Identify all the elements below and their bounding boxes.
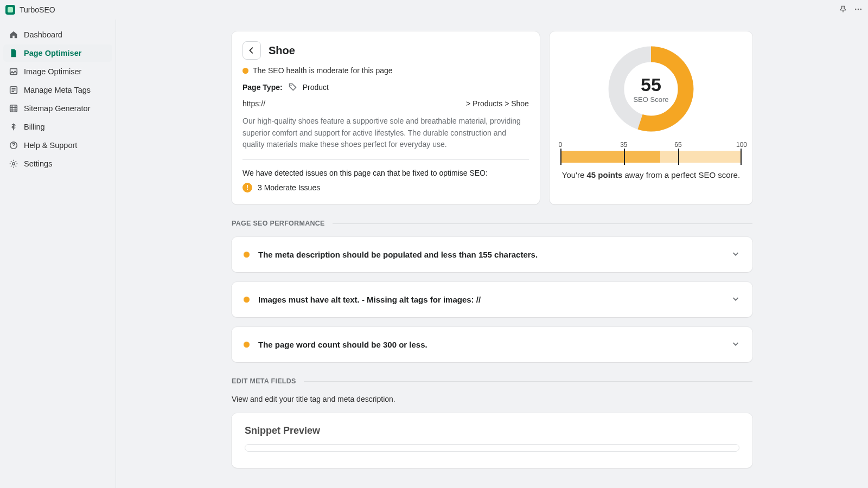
settings-icon <box>9 159 18 169</box>
page-url-row: https:// > Products > Shoe <box>242 99 529 108</box>
app-logo-icon <box>5 5 15 15</box>
help-icon <box>9 140 18 150</box>
ruler-tick <box>560 149 561 165</box>
score-value: 55 <box>641 74 661 95</box>
sidebar-item-label: Image Optimiser <box>24 67 81 76</box>
score-gauge: 55 SEO Score <box>608 46 694 132</box>
away-prefix: You're <box>562 170 587 179</box>
svg-point-1 <box>858 8 859 10</box>
seo-score-card: 55 SEO Score 0 35 65 100 <box>550 31 752 204</box>
issue-title: The page word count should be 300 or les… <box>258 340 722 349</box>
tag-icon <box>288 82 297 92</box>
sidebar-item-label: Settings <box>24 159 52 168</box>
svg-point-7 <box>12 163 15 165</box>
divider <box>242 159 529 160</box>
ruler-tick <box>624 149 625 165</box>
sidebar-item-label: Manage Meta Tags <box>24 86 91 94</box>
issue-title: Images must have alt text. - Missing alt… <box>258 295 722 304</box>
sidebar-item-manage-meta-tags[interactable]: Manage Meta Tags <box>3 81 112 99</box>
sidebar-item-billing[interactable]: Billing <box>3 118 112 136</box>
away-suffix: away from a perfect SEO score. <box>622 170 740 179</box>
chevron-down-icon <box>731 249 741 260</box>
page-description: Our high-quality shoes feature a support… <box>242 115 529 151</box>
sidebar-item-label: Dashboard <box>24 30 62 39</box>
sidebar: Dashboard Page Optimiser Image Optimiser… <box>0 20 116 488</box>
issues-summary-pill: ! 3 Moderate Issues <box>242 183 529 192</box>
sidebar-item-help-support[interactable]: Help & Support <box>3 137 112 154</box>
section-heading-text: EDIT META FIELDS <box>232 377 296 385</box>
status-dot-icon <box>244 342 250 348</box>
chevron-down-icon <box>731 339 741 350</box>
page-title: Shoe <box>269 44 295 57</box>
sidebar-item-label: Page Optimiser <box>24 49 81 57</box>
issues-summary-text: 3 Moderate Issues <box>258 183 320 192</box>
page-type-label: Page Type: <box>242 83 283 92</box>
seo-health-row: The SEO health is moderate for this page <box>242 66 529 75</box>
section-heading-text: PAGE SEO PERFORMANCE <box>232 220 325 227</box>
issue-row[interactable]: The page word count should be 300 or les… <box>232 327 752 362</box>
sidebar-item-dashboard[interactable]: Dashboard <box>3 26 112 43</box>
ruler-tick-label: 65 <box>674 141 681 149</box>
ruler-tick-label: 35 <box>620 141 627 149</box>
sidebar-item-settings[interactable]: Settings <box>3 155 112 172</box>
more-icon[interactable] <box>854 5 863 15</box>
svg-rect-5 <box>10 105 17 112</box>
section-heading-performance: PAGE SEO PERFORMANCE <box>232 220 752 227</box>
score-away-line: You're 45 points away from a perfect SEO… <box>562 170 740 179</box>
app-brand: TurboSEO <box>5 5 55 15</box>
ruler-tick <box>678 149 679 165</box>
url-breadcrumbs: > Products > Shoe <box>466 99 529 108</box>
meta-intro-text: View and edit your title tag and meta de… <box>232 395 752 403</box>
app-title: TurboSEO <box>20 5 55 14</box>
issue-row[interactable]: The meta description should be populated… <box>232 237 752 272</box>
svg-point-8 <box>290 85 291 86</box>
ruler-tick-label: 0 <box>559 141 563 149</box>
issue-title: The meta description should be populated… <box>258 250 722 259</box>
issues-detected-intro: We have detected issues on this page can… <box>242 169 529 177</box>
divider <box>333 223 752 224</box>
sidebar-item-image-optimiser[interactable]: Image Optimiser <box>3 63 112 80</box>
status-dot-icon <box>244 297 250 303</box>
home-icon <box>9 30 18 40</box>
svg-point-2 <box>860 8 862 10</box>
seo-health-text: The SEO health is moderate for this page <box>253 66 393 75</box>
warning-badge-icon: ! <box>242 183 252 192</box>
status-dot-icon <box>244 252 250 258</box>
score-ruler: 0 35 65 100 <box>560 141 742 163</box>
svg-point-0 <box>855 8 857 10</box>
main-content: Shoe The SEO health is moderate for this… <box>116 20 868 488</box>
snippet-preview-title: Snippet Preview <box>245 425 739 436</box>
back-button[interactable] <box>242 41 261 60</box>
divider <box>304 381 752 382</box>
pin-icon[interactable] <box>839 5 847 15</box>
page-type-value: Product <box>303 83 329 92</box>
page-icon <box>9 48 18 58</box>
url-protocol: https:// <box>242 99 265 108</box>
sidebar-item-page-optimiser[interactable]: Page Optimiser <box>3 44 112 62</box>
topbar: TurboSEO <box>0 0 868 20</box>
sitemap-icon <box>9 104 18 113</box>
tags-icon <box>9 85 18 95</box>
topbar-actions <box>839 5 863 15</box>
sidebar-item-sitemap-generator[interactable]: Sitemap Generator <box>3 100 112 117</box>
section-heading-meta: EDIT META FIELDS <box>232 377 752 385</box>
status-dot-icon <box>242 68 248 74</box>
billing-icon <box>9 122 18 132</box>
ruler-tick-label: 100 <box>736 141 747 149</box>
ruler-tick <box>741 149 742 165</box>
score-label: SEO Score <box>633 95 668 104</box>
page-summary-card: Shoe The SEO health is moderate for this… <box>232 31 540 204</box>
sidebar-item-label: Sitemap Generator <box>24 104 91 113</box>
sidebar-item-label: Help & Support <box>24 141 77 150</box>
chevron-down-icon <box>731 294 741 305</box>
image-icon <box>9 67 18 76</box>
issue-row[interactable]: Images must have alt text. - Missing alt… <box>232 282 752 317</box>
snippet-preview-box <box>245 444 739 452</box>
ruler-fill <box>560 151 660 163</box>
snippet-preview-card: Snippet Preview <box>232 413 752 468</box>
sidebar-item-label: Billing <box>24 123 45 131</box>
page-type-row: Page Type: Product <box>242 82 529 92</box>
away-points: 45 points <box>586 170 622 179</box>
